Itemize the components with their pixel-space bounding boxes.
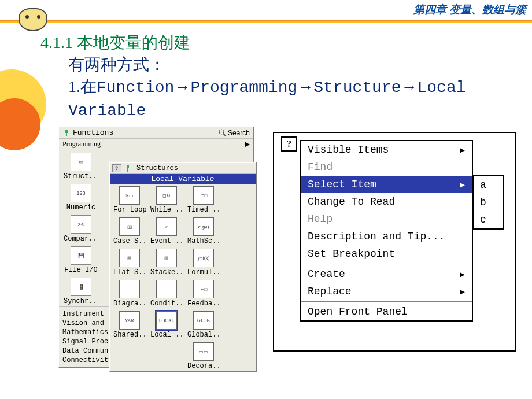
svg-rect-5 — [127, 168, 128, 172]
context-menu-screenshot: ? Visible Items▶FindSelect Item▶Change T… — [273, 132, 516, 352]
menu-item-label: Open Front Panel — [308, 306, 408, 317]
structures-icon — [119, 280, 140, 298]
palette-item[interactable]: ≥≤Compar... — [64, 215, 98, 243]
chapter-banner: 第四章 变量、数组与簇 — [413, 2, 526, 17]
structures-item-label: Flat S... — [113, 268, 146, 276]
structures-icon: y=f(x) — [193, 249, 214, 267]
structures-item-label: Stacke... — [150, 268, 183, 276]
menu-item-label: Help — [308, 213, 332, 225]
structures-item-label: For Loop — [113, 206, 146, 214]
intro-line: 有两种方式： — [68, 54, 509, 76]
chevron-right-icon: ▶ — [460, 269, 465, 279]
palette-icon: ▭ — [71, 153, 91, 171]
structures-item[interactable]: eEvent ... — [150, 217, 183, 245]
structures-item[interactable]: ▥Stacke... — [150, 249, 183, 276]
svg-rect-1 — [66, 133, 67, 136]
menu-item[interactable]: Open Front Panel — [301, 303, 472, 320]
structures-item-label: Feedba... — [187, 300, 220, 308]
structures-icon: ▯▯ — [119, 217, 140, 236]
structures-item[interactable]: Diagra... — [113, 280, 146, 308]
structures-icon: ◻↻ — [156, 186, 177, 205]
svg-rect-0 — [65, 130, 68, 133]
structures-item[interactable]: ⏱□Timed ... — [187, 186, 220, 214]
menu-item-label: Create — [308, 268, 345, 280]
structures-item-label: Global... — [187, 331, 220, 339]
question-icon: ? — [287, 139, 291, 149]
structures-item[interactable]: VARShared... — [113, 311, 146, 339]
structures-palette[interactable]: ⇧ Structures Local Variable N▭For Loop◻↻… — [109, 162, 257, 372]
structures-item[interactable] — [150, 342, 183, 370]
palette-item[interactable]: ▭Struct... — [64, 153, 98, 180]
menu-item-label: Find — [308, 161, 332, 173]
structures-item[interactable]: ▭▭Decora... — [187, 342, 220, 370]
menu-item[interactable]: Select Item▶ — [301, 176, 472, 193]
menu-separator — [301, 301, 472, 302]
structures-item-label: Formul... — [187, 268, 220, 276]
chevron-right-icon: ▶ — [245, 140, 250, 149]
menu-item-label: Change To Read — [308, 196, 395, 208]
context-submenu[interactable]: abc — [473, 175, 504, 230]
menu-item-label: Replace — [308, 286, 352, 297]
menu-item[interactable]: Replace▶ — [301, 283, 472, 300]
palette-title: Functions — [73, 128, 219, 137]
structures-icon: ▤ — [119, 249, 140, 267]
svg-rect-4 — [127, 165, 129, 168]
structures-item[interactable] — [113, 342, 146, 370]
structures-item[interactable]: Condit... — [150, 280, 183, 308]
subpalette-title: Structures — [136, 164, 178, 172]
structures-icon: GLOB — [193, 311, 214, 330]
structures-item[interactable]: GLOBGlobal... — [187, 311, 220, 339]
slide-text: 4.1.1 本地变量的创建 有两种方式： 1.在Function→Program… — [40, 32, 509, 122]
structures-item-label: Shared... — [113, 331, 146, 339]
pin-icon — [62, 129, 71, 137]
menu-item[interactable]: Set Breakpoint — [301, 245, 472, 263]
subpalette-titlebar: ⇧ Structures — [110, 163, 256, 174]
structures-item[interactable]: ▤Flat S... — [113, 249, 146, 276]
path-line: 1.在Function→Programming→Structure→Local … — [68, 76, 509, 122]
menu-item[interactable]: Description and Tip... — [301, 228, 472, 245]
smiley-icon — [19, 8, 47, 31]
structures-icon: eig(a) — [193, 217, 214, 236]
nav-up-button[interactable]: ⇧ — [112, 164, 121, 172]
structures-item[interactable]: ▯▯Case S... — [113, 217, 146, 245]
search-label[interactable]: Search — [228, 129, 250, 137]
palette-category-row[interactable]: Programming ▶ — [59, 139, 253, 150]
chevron-right-icon: ▶ — [460, 145, 465, 155]
menu-item: Find — [301, 158, 472, 176]
context-menu[interactable]: Visible Items▶FindSelect Item▶Change To … — [300, 140, 473, 322]
structures-icon: e — [156, 217, 177, 236]
submenu-item[interactable]: b — [474, 194, 503, 211]
structures-item-label: MathSc... — [187, 237, 220, 245]
tooltip-label: Local Variable — [110, 174, 256, 184]
structures-icon: LOCAL — [156, 311, 177, 330]
structures-icon: ▭▭ — [193, 342, 214, 361]
chevron-right-icon: ▶ — [460, 287, 465, 297]
structures-icon: ⏱□ — [193, 186, 214, 205]
structures-item-label: Condit... — [150, 300, 183, 308]
structures-item-label: Diagra... — [113, 300, 146, 308]
structures-item[interactable]: ←□Feedba... — [187, 280, 220, 308]
search-icon[interactable] — [219, 129, 227, 137]
palette-item[interactable]: 123Numeric — [64, 184, 98, 212]
structures-item[interactable]: y=f(x)Formul... — [187, 249, 220, 276]
menu-item[interactable]: Visible Items▶ — [301, 141, 472, 158]
menu-item[interactable]: Create▶ — [301, 265, 472, 283]
submenu-item[interactable]: c — [474, 211, 503, 228]
structures-item[interactable]: ◻↻While ... — [150, 186, 183, 214]
menu-item-label: Description and Tip... — [308, 231, 445, 242]
structures-item[interactable]: N▭For Loop — [113, 186, 146, 214]
structures-icon: VAR — [119, 311, 140, 330]
header-rule — [0, 20, 532, 23]
palette-item-label: Compar... — [64, 235, 98, 243]
palette-item[interactable]: 💾File I/O — [64, 246, 98, 274]
menu-item[interactable]: Change To Read — [301, 193, 472, 210]
structures-item-label: While ... — [150, 206, 183, 214]
structures-item-label: Decora... — [187, 362, 220, 370]
structures-item[interactable]: eig(a)MathSc... — [187, 217, 220, 245]
submenu-item[interactable]: a — [474, 176, 503, 194]
palette-titlebar: Functions Search — [59, 127, 253, 139]
structures-item[interactable]: LOCALLocal ... — [150, 311, 183, 339]
local-variable-node[interactable]: ? — [281, 136, 297, 152]
structures-item-label: Event ... — [150, 237, 183, 245]
palette-item[interactable]: 🚦Synchr... — [64, 278, 98, 305]
